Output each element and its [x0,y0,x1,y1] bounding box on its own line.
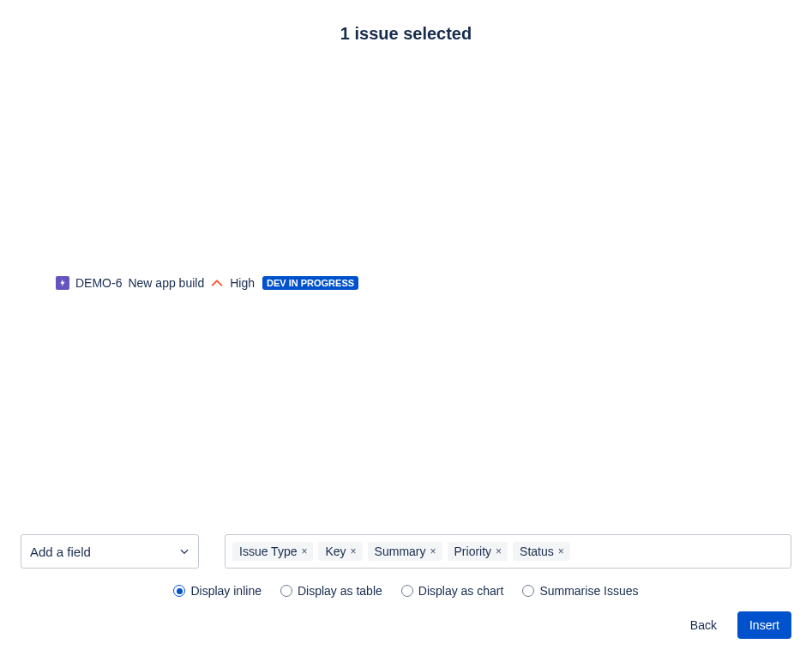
field-tag: Status × [513,542,570,561]
chevron-down-icon [179,546,189,557]
radio-display-table[interactable]: Display as table [280,584,382,598]
footer-buttons: Back Insert [682,611,791,639]
add-field-placeholder: Add a field [30,545,91,559]
page-title: 1 issue selected [0,0,812,44]
selected-fields-container[interactable]: Issue Type × Key × Summary × Priority × … [225,534,791,569]
display-options-row: Display inline Display as table Display … [21,584,791,598]
tag-remove-icon[interactable]: × [430,546,437,557]
radio-display-chart[interactable]: Display as chart [401,584,504,598]
issue-type-epic-icon [56,276,69,290]
issue-summary: New app build [128,276,204,290]
radio-icon [401,585,413,597]
field-tag: Key × [318,542,362,561]
field-row: Add a field Issue Type × Key × Summary ×… [21,534,791,569]
radio-icon [280,585,292,597]
status-badge: DEV IN PROGRESS [262,276,358,290]
issue-key: DEMO-6 [75,276,122,290]
priority-label: High [230,276,255,290]
field-tag: Priority × [448,542,508,561]
field-tag: Issue Type × [232,542,313,561]
field-tag-label: Status [520,545,554,558]
tag-remove-icon[interactable]: × [495,546,502,557]
priority-high-icon [210,276,224,290]
radio-summarise-issues[interactable]: Summarise Issues [522,584,638,598]
issue-row[interactable]: DEMO-6 New app build High DEV IN PROGRES… [56,276,358,290]
tag-remove-icon[interactable]: × [300,546,308,557]
bottom-controls: Add a field Issue Type × Key × Summary ×… [21,534,791,598]
field-tag: Summary × [368,542,442,561]
field-tag-label: Issue Type [239,545,297,558]
tag-remove-icon[interactable]: × [557,546,565,557]
radio-display-inline[interactable]: Display inline [173,584,261,598]
radio-label: Display inline [190,584,261,598]
radio-label: Display as table [298,584,382,598]
radio-label: Display as chart [418,584,504,598]
field-tag-label: Summary [375,545,426,558]
field-tag-label: Priority [454,545,492,558]
radio-icon [173,585,185,597]
back-button[interactable]: Back [682,611,725,639]
field-tag-label: Key [325,545,346,558]
insert-button[interactable]: Insert [737,611,791,639]
radio-icon [522,585,534,597]
tag-remove-icon[interactable]: × [350,546,358,557]
add-field-dropdown[interactable]: Add a field [21,534,199,569]
radio-label: Summarise Issues [539,584,638,598]
